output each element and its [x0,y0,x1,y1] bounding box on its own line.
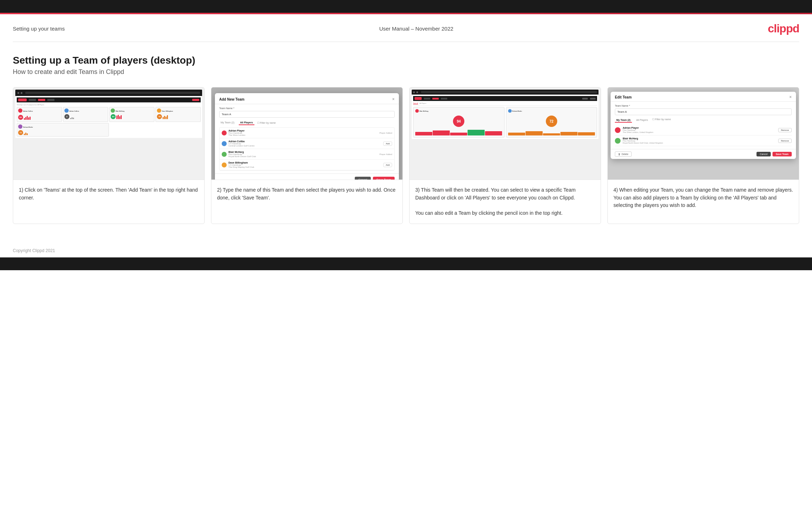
page-title: Setting up a Team of players (desktop) [13,55,799,66]
ss1-players-row1: Adrian Collins 84 [17,107,201,122]
edit-player-club-2: Plus HandicapRoyal North Devon Golf Club… [623,140,776,144]
ss1-bar [119,116,120,119]
ss1-bar [72,117,73,119]
ss1-bar [116,116,117,119]
edit-team-name-label: Team Name * [615,105,792,107]
edit-modal-tabs: My Team (2) All Players ☐ Filter by name [615,118,792,123]
card-2-text: 2) Type the name of this Team and then s… [211,180,402,224]
edit-tab-filter[interactable]: ☐ Filter by name [652,118,671,123]
edit-remove-button-2[interactable]: Remove [778,139,792,143]
modal-player-list: Adrian Player Plus HandicapThe Shire Lon… [219,127,395,171]
modal-body: Team Name * My Team (2) All Players ☐ Fi… [215,104,399,174]
modal-player-row-1: Adrian Player Plus HandicapThe Shire Lon… [220,128,394,138]
screenshot-3: Team A All Players Blair McHarg 94 [410,87,601,180]
edit-player-info-2: Blair McHarg Plus HandicapRoyal North De… [623,137,776,144]
edit-remove-button-1[interactable]: Remove [778,128,792,132]
modal-player-row-2: Adrian Coliba 1-5 HandicapCentral London… [220,138,394,149]
screenshot-2: Add New Team × Team Name * My Team (2) A… [211,87,402,180]
ss3-subnav: Team A All Players [413,102,597,106]
ss3-logo [415,97,422,100]
ss3-bar [560,132,578,135]
ss1-dot [17,92,19,94]
modal-tab-allplayers[interactable]: All Players [239,121,254,125]
edit-tab-allplayers[interactable]: All Players [635,118,649,123]
ss1-name2: Adrian Collins [69,110,79,112]
ss1-nav-home [29,99,36,101]
ss1-bar [73,118,74,119]
ss3-bar [450,133,467,135]
ss1-bars4 [163,114,168,119]
ss3-topbar [412,90,599,95]
ss1-breadcrumb: Showing 5 out of 5 players from: All Pla… [17,104,201,106]
card-2: Add New Team × Team Name * My Team (2) A… [211,87,403,224]
ss1-bar [25,133,26,135]
edit-player-avatar-2 [615,138,621,144]
ss3-player2-header: Richard Butler [508,109,522,113]
edit-tab-myteam[interactable]: My Team (2) [615,118,632,123]
ss1-bar [28,117,29,120]
header-section: Setting up your teams [13,26,65,32]
modal-add-button-2[interactable]: Add [383,142,392,146]
modal-player-name-1: Adrian Player [228,129,378,132]
edit-save-button[interactable]: Save Team [773,152,792,156]
edit-footer-right: Cancel Save Team [756,152,792,156]
modal-save-button[interactable]: Save Team [373,177,395,180]
card-3-text: 3) This Team will then be created. You c… [410,180,601,224]
edit-modal-title: Edit Team [615,95,632,99]
edit-delete-button[interactable]: 🗑 Delete [615,151,632,157]
ss3-nav-teams [432,98,439,100]
ss1-bar [118,115,119,119]
card-4-text: 4) When editing your Team, you can chang… [608,180,799,224]
modal-team-name-input[interactable] [219,111,395,118]
ss1-av4 [157,108,161,113]
ss1-topbar [15,90,202,96]
modal-add-button-4[interactable]: Add [383,163,392,167]
ss1-logo-mini [18,98,27,101]
top-bar [0,0,812,13]
ss1-player-5-row: Richard Butler 72 [17,123,201,137]
edit-modal-close-icon[interactable]: × [789,95,792,100]
ss1-bars1 [24,115,31,120]
modal-player-info-3: Blair McHarg Plus HandicapRoyal North De… [228,151,378,158]
main-content: Setting up a Team of players (desktop) H… [0,42,812,244]
modal-tab-myteam[interactable]: My Team (2) [219,121,236,125]
edit-player-avatar-1 [615,127,621,133]
modal-close-icon[interactable]: × [392,97,395,102]
ss3-bar [543,133,560,135]
edit-team-name-input[interactable] [615,108,792,115]
ss3-p2-avatar [508,109,512,113]
ss1-bar [27,116,28,120]
modal-player-club-3: Plus HandicapRoyal North Devon Golf Club [228,153,378,158]
edit-cancel-button[interactable]: Cancel [756,152,771,156]
ss3-p2-score: 72 [546,116,557,127]
ss1-score1: 84 [18,115,23,120]
modal-player-info-4: Dave Billingham 1-5 HandicapThe Ding Map… [228,161,381,168]
edit-player-club-1: Plus HandicapThe Shire London, United Ki… [623,129,776,133]
ss3-player1-header: Blair McHarg [415,109,428,113]
modal-tab-filter[interactable]: ☐ Filter by name [257,122,276,124]
edit-modal-body: Team Name * My Team (2) All Players ☐ Fi… [611,102,796,149]
ss1-bar [25,117,26,120]
ss1-bars2 [70,114,74,119]
ss3-icon2 [590,98,596,100]
modal-cancel-button[interactable]: Cancel [355,177,371,180]
modal-player-info-2: Adrian Coliba 1-5 HandicapCentral London… [228,140,381,147]
edit-player-name-1: Adrian Player [623,127,776,129]
ss1-player-4: Dave Billingham 78 [155,107,201,122]
modal-title: Add New Team [219,97,244,101]
page-subtitle: How to create and edit Teams in Clippd [13,68,799,76]
ss1-bar [30,117,31,120]
ss3-p1-name: Blair McHarg [420,110,428,112]
modal-player-name-4: Dave Billingham [228,161,381,164]
ss1-av2 [64,108,69,113]
ss1-av3 [111,108,115,113]
ss3-bar [508,133,525,135]
ss1-player-1: Adrian Collins 84 [17,107,62,122]
ss1-bars3 [116,114,122,119]
ss3-bar [433,130,450,135]
header: Setting up your teams User Manual – Nove… [0,14,812,42]
ss3-address [421,91,597,93]
ss1-addressbar [25,92,200,94]
modal-player-row-3: Blair McHarg Plus HandicapRoyal North De… [220,149,394,160]
ss1-score4: 78 [157,114,162,119]
